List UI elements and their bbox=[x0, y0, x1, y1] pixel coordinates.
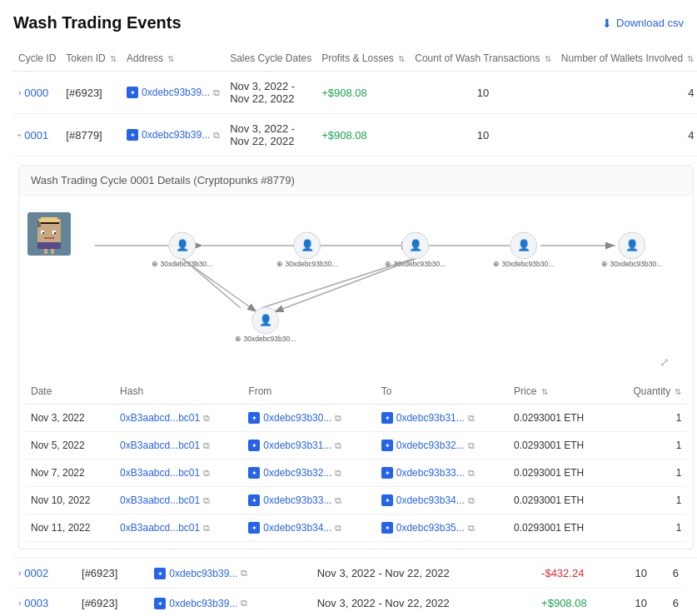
copy-icon[interactable]: ⧉ bbox=[203, 523, 210, 534]
svg-rect-14 bbox=[44, 237, 54, 239]
tx-col-price: Price ⇅ bbox=[509, 379, 611, 405]
chevron-icon: › bbox=[18, 599, 21, 608]
sort-price-icon[interactable]: ⇅ bbox=[541, 387, 548, 396]
profit: -$432.24 bbox=[536, 559, 624, 589]
copy-icon[interactable]: ⧉ bbox=[335, 468, 341, 479]
copy-icon[interactable]: ⧉ bbox=[203, 413, 210, 424]
tx-date: Nov 7, 2022 bbox=[26, 460, 115, 487]
copy-icon[interactable]: ⧉ bbox=[335, 413, 341, 424]
token-id-0001: [#8779] bbox=[61, 114, 122, 156]
profit-0000: +$908.08 bbox=[316, 72, 410, 114]
wallets: 6 bbox=[659, 589, 684, 617]
copy-icon[interactable]: ⧉ bbox=[335, 440, 341, 451]
extra-rows-container: › 0002 [#6923] ✦ 0xdebc93b39... ⧉ Nov 3,… bbox=[13, 559, 684, 616]
profit: +$908.08 bbox=[536, 589, 624, 617]
svg-text:👤: 👤 bbox=[301, 238, 315, 252]
sort-profits-icon[interactable]: ⇅ bbox=[398, 54, 405, 63]
network-icon: ✦ bbox=[127, 87, 138, 98]
sort-token-icon[interactable]: ⇅ bbox=[110, 54, 117, 63]
copy-icon[interactable]: ⧉ bbox=[203, 468, 210, 479]
table-row: › 0001 [#8779] ✦ 0xdebc93b39... ⧉ bbox=[13, 114, 697, 156]
tx-date: Nov 5, 2022 bbox=[26, 432, 115, 460]
wallets: 6 bbox=[659, 559, 684, 589]
network-icon: ✦ bbox=[248, 412, 260, 424]
tx-price: 0.0293001 ETH bbox=[509, 405, 611, 432]
sort-quantity-icon[interactable]: ⇅ bbox=[675, 387, 681, 396]
copy-icon[interactable]: ⧉ bbox=[335, 495, 341, 506]
tx-price: 0.0293001 ETH bbox=[509, 460, 611, 487]
tx-hash-link[interactable]: 0xB3aabcd...bc01 bbox=[120, 494, 200, 506]
copy-icon[interactable]: ⧉ bbox=[203, 495, 210, 506]
download-icon: ⬇ bbox=[602, 17, 612, 30]
dates-0001: Nov 3, 2022 - Nov 22, 2022 bbox=[225, 114, 316, 156]
tx-from: ✦ 0xdebc93b33... ⧉ bbox=[243, 487, 376, 514]
tx-date: Nov 10, 2022 bbox=[26, 487, 115, 514]
cycle-id-0001[interactable]: › 0001 bbox=[18, 129, 56, 142]
profit-0001: +$908.08 bbox=[316, 114, 410, 156]
tx-col-from: From bbox=[243, 379, 376, 405]
svg-text:✦: ✦ bbox=[251, 469, 257, 477]
tx-hash-link[interactable]: 0xB3aabcd...bc01 bbox=[120, 440, 200, 451]
extra-rows-table: › 0002 [#6923] ✦ 0xdebc93b39... ⧉ Nov 3,… bbox=[13, 559, 684, 616]
tx-row: Nov 5, 2022 0xB3aabcd...bc01 ⧉ ✦ 0xdebc9… bbox=[26, 432, 686, 460]
svg-text:✦: ✦ bbox=[384, 497, 390, 504]
tx-hash-link[interactable]: 0xB3aabcd...bc01 bbox=[120, 412, 200, 424]
copy-icon[interactable]: ⧉ bbox=[203, 440, 210, 451]
svg-text:✦: ✦ bbox=[384, 415, 390, 422]
svg-text:⊕ 30xdebc93b30...: ⊕ 30xdebc93b30... bbox=[601, 260, 662, 268]
network-icon: ✦ bbox=[248, 467, 260, 479]
copy-icon[interactable]: ⧉ bbox=[468, 468, 475, 479]
tx-row: Nov 3, 2022 0xB3aabcd...bc01 ⧉ ✦ 0xdebc9… bbox=[26, 405, 686, 432]
tx-hash-link[interactable]: 0xB3aabcd...bc01 bbox=[120, 522, 200, 534]
tx-from: ✦ 0xdebc93b31... ⧉ bbox=[243, 432, 376, 460]
address-cell: ✦ 0xdebc93b39... ⧉ bbox=[154, 598, 306, 609]
svg-text:✦: ✦ bbox=[384, 524, 390, 532]
wash-tx-0001: 10 bbox=[410, 114, 556, 156]
tx-price: 0.0293001 ETH bbox=[509, 514, 611, 542]
svg-text:⊕ 30xdebc93b30...: ⊕ 30xdebc93b30... bbox=[276, 260, 337, 268]
sort-wash-tx-icon[interactable]: ⇅ bbox=[545, 54, 551, 63]
copy-icon[interactable]: ⧉ bbox=[468, 440, 475, 451]
svg-text:⊕ 30xdebc93b30...: ⊕ 30xdebc93b30... bbox=[235, 335, 296, 343]
tx-hash: 0xB3aabcd...bc01 ⧉ bbox=[115, 405, 243, 432]
svg-text:👤: 👤 bbox=[259, 313, 273, 327]
cycle-id-0002[interactable]: › 0002 bbox=[18, 567, 72, 579]
tx-quantity: 1 bbox=[611, 405, 686, 432]
chevron-icon: › bbox=[18, 569, 21, 578]
wash-tx: 10 bbox=[624, 589, 659, 617]
sort-address-icon[interactable]: ⇅ bbox=[167, 54, 174, 63]
network-icon: ✦ bbox=[381, 522, 393, 534]
cycle-id-0000[interactable]: › 0000 bbox=[18, 87, 56, 99]
page-title: Wash Trading Events bbox=[13, 13, 182, 32]
svg-text:✦: ✦ bbox=[251, 497, 257, 504]
copy-icon[interactable]: ⧉ bbox=[468, 413, 475, 424]
copy-icon[interactable]: ⧉ bbox=[468, 523, 475, 534]
flow-diagram: 👤 ⊕ 30xdebc93b30... ⧉ 👤 ⊕ 30xdebc93b30..… bbox=[87, 212, 685, 370]
col-wallets: Number of Wallets Involved ⇅ bbox=[556, 46, 697, 72]
dates: Nov 3, 2022 - Nov 22, 2022 bbox=[312, 559, 536, 589]
copy-icon[interactable]: ⧉ bbox=[468, 495, 475, 506]
table-row: › 0003 [#6923] ✦ 0xdebc93b39... ⧉ Nov 3,… bbox=[13, 589, 684, 617]
svg-text:👤: 👤 bbox=[517, 238, 531, 252]
tx-from: ✦ 0xdebc93b32... ⧉ bbox=[243, 460, 376, 487]
download-csv-link[interactable]: ⬇ Download csv bbox=[602, 17, 684, 30]
copy-icon[interactable]: ⧉ bbox=[213, 87, 220, 98]
detail-header: Wash Trading Cycle 0001 Details (Cryptop… bbox=[19, 166, 693, 196]
cycle-id-0003[interactable]: › 0003 bbox=[18, 597, 72, 609]
copy-icon[interactable]: ⧉ bbox=[335, 523, 341, 534]
main-table-header: Cycle ID Token ID ⇅ Address ⇅ Sales Cycl… bbox=[13, 46, 697, 72]
svg-rect-12 bbox=[42, 232, 44, 234]
dates: Nov 3, 2022 - Nov 22, 2022 bbox=[312, 589, 536, 617]
svg-rect-16 bbox=[44, 249, 47, 254]
svg-text:✦: ✦ bbox=[157, 570, 163, 578]
svg-text:👤: 👤 bbox=[409, 238, 423, 252]
download-label: Download csv bbox=[616, 17, 684, 29]
tx-to: ✦ 0xdebc93b31... ⧉ bbox=[376, 405, 509, 432]
address-cell-0000: ✦ 0xdebc93b39... ⧉ bbox=[127, 87, 220, 98]
copy-icon[interactable]: ⧉ bbox=[241, 598, 247, 609]
tx-hash-link[interactable]: 0xB3aabcd...bc01 bbox=[120, 467, 200, 479]
svg-rect-15 bbox=[37, 242, 61, 249]
copy-icon[interactable]: ⧉ bbox=[213, 130, 220, 141]
copy-icon[interactable]: ⧉ bbox=[241, 568, 247, 579]
sort-wallets-icon[interactable]: ⇅ bbox=[687, 54, 694, 63]
